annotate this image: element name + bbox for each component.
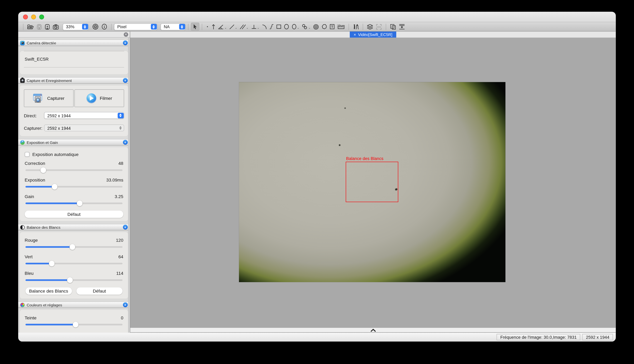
circle-tool-button[interactable] xyxy=(282,22,290,31)
copy-button[interactable] xyxy=(388,22,398,31)
arc-tool-button[interactable] xyxy=(260,22,268,31)
section-title: Exposition et Gain xyxy=(27,140,121,144)
section-title: Capture et Enregistrement xyxy=(27,78,121,83)
camera-timer-button[interactable] xyxy=(51,22,60,31)
video-tab[interactable]: × Vidéo[Swift_EC5R] xyxy=(350,32,396,38)
zoom-window-button[interactable] xyxy=(39,14,44,19)
linked-circles-tool-button[interactable]: ⌄ xyxy=(300,22,312,31)
exposure-default-button[interactable]: Défaut xyxy=(25,210,123,218)
divider xyxy=(24,67,124,68)
rouge-slider-thumb[interactable] xyxy=(70,244,75,250)
na-select[interactable]: NA xyxy=(160,23,186,30)
correction-slider-track[interactable] xyxy=(26,169,122,171)
polygon-tool-button[interactable] xyxy=(320,22,328,31)
collapse-section-button[interactable]: « xyxy=(123,140,128,145)
export-button[interactable] xyxy=(398,22,406,31)
unit-select[interactable]: Pixel xyxy=(114,23,157,30)
slider-label: Gain xyxy=(25,194,34,199)
slider-label: Vert xyxy=(25,254,32,259)
section-header-camera[interactable]: Caméra détectée « xyxy=(18,40,130,46)
device-flash-button[interactable] xyxy=(43,22,51,31)
pointer-tool-button[interactable] xyxy=(191,22,199,31)
collapse-section-button[interactable]: « xyxy=(123,302,128,307)
na-value: NA xyxy=(161,24,179,30)
record-button-label: Filmer xyxy=(100,96,112,100)
section-header-exposure[interactable]: Exposition et Gain « xyxy=(18,139,130,146)
minimize-window-button[interactable] xyxy=(31,14,36,19)
slider-label: Teinte xyxy=(25,315,36,320)
scale-bar-tool-button[interactable]: 10um xyxy=(336,22,346,31)
correction-slider-thumb[interactable] xyxy=(40,167,46,173)
unit-stepper[interactable] xyxy=(150,24,157,30)
window-controls xyxy=(23,14,44,19)
auto-exposure-checkbox[interactable] xyxy=(25,152,30,157)
close-window-button[interactable] xyxy=(23,14,28,19)
csv-export-button[interactable]: CSV xyxy=(374,22,384,31)
angle-tool-button[interactable]: ⌄ xyxy=(217,22,228,31)
slider-value: 114 xyxy=(116,271,123,276)
rouge-slider-track[interactable] xyxy=(26,246,122,248)
collapse-section-button[interactable]: « xyxy=(123,40,128,45)
sidebar-scrollbar[interactable] xyxy=(128,38,130,333)
save-button[interactable] xyxy=(35,22,43,31)
sidebar-top-strip: « xyxy=(18,32,130,38)
gain-slider-track[interactable] xyxy=(26,202,122,204)
line-tool-button[interactable]: ⌄ xyxy=(228,22,238,31)
section-header-colors[interactable]: Couleurs et réglages « xyxy=(18,302,130,308)
white-balance-button[interactable]: Balance des Blancs xyxy=(26,288,72,295)
capture-resolution-value: 2592 x 1944 xyxy=(44,125,117,131)
vert-slider-track[interactable] xyxy=(26,263,122,264)
video-canvas[interactable]: Balance des Blancs xyxy=(130,38,616,328)
record-button[interactable]: Filmer xyxy=(74,89,124,107)
rectangle-tool-button[interactable] xyxy=(275,22,282,31)
direct-resolution-select[interactable]: 2592 x 1944 xyxy=(44,112,124,119)
bleu-slider-track[interactable] xyxy=(26,279,122,281)
teinte-slider-track[interactable] xyxy=(26,324,122,325)
teinte-slider-thumb[interactable] xyxy=(72,322,78,327)
section-title: Balance des Blancs xyxy=(27,225,121,230)
section-header-white-balance[interactable]: Balance des Blancs « xyxy=(18,224,130,230)
screen: 33% i Pixel NA xyxy=(0,0,634,364)
collapse-section-button[interactable]: « xyxy=(123,225,128,230)
capture-resolution-select[interactable]: 2592 x 1944 xyxy=(44,124,124,131)
na-stepper[interactable] xyxy=(179,24,185,30)
caliper-tool-button[interactable] xyxy=(352,22,360,31)
settings-gear-button[interactable] xyxy=(91,22,100,31)
main-area: « Caméra détectée « Swift_EC5R xyxy=(18,32,616,333)
sidebar: « Caméra détectée « Swift_EC5R xyxy=(18,32,130,333)
bleu-slider-row: Bleu 114 xyxy=(25,271,123,281)
collapse-sidebar-button[interactable]: « xyxy=(124,32,128,37)
parallel-lines-tool-button[interactable]: ⌄ xyxy=(238,22,250,31)
perpendicular-tool-button[interactable]: ⌄ xyxy=(250,22,261,31)
curve-tool-button[interactable] xyxy=(268,22,275,31)
point-tool-button[interactable] xyxy=(204,22,210,31)
close-tab-icon[interactable]: × xyxy=(354,32,356,37)
gain-slider-thumb[interactable] xyxy=(77,200,82,206)
white-balance-default-button[interactable]: Défaut xyxy=(76,288,122,295)
open-folder-button[interactable] xyxy=(26,22,35,31)
slider-label: Bleu xyxy=(25,271,34,276)
arrow-tool-button[interactable] xyxy=(210,22,217,31)
exposition-slider-thumb[interactable] xyxy=(52,184,58,190)
slider-label: Exposition xyxy=(25,178,45,182)
title-bar xyxy=(18,12,616,22)
zoom-level-select[interactable]: 33% xyxy=(63,23,88,30)
white-balance-roi[interactable] xyxy=(346,162,398,202)
collapse-section-button[interactable]: « xyxy=(123,78,128,83)
capture-button[interactable]: Capturer xyxy=(24,89,74,107)
microscope-live-image[interactable]: Balance des Blancs xyxy=(239,82,506,282)
zoom-stepper[interactable] xyxy=(82,24,88,30)
rouge-slider-row: Rouge 120 xyxy=(25,238,123,248)
bleu-slider-thumb[interactable] xyxy=(67,277,73,283)
info-button[interactable]: i xyxy=(100,22,109,31)
vert-slider-thumb[interactable] xyxy=(49,261,54,266)
section-header-capture[interactable]: Capture et Enregistrement « xyxy=(18,77,130,84)
exposition-slider-track[interactable] xyxy=(26,186,122,188)
concentric-circles-tool-button[interactable] xyxy=(312,22,320,31)
direct-resolution-stepper[interactable] xyxy=(118,112,124,118)
camera-name[interactable]: Swift_EC5R xyxy=(25,56,124,62)
text-tool-button[interactable]: T xyxy=(328,22,336,31)
ellipse-tool-button[interactable]: ⌄ xyxy=(290,22,300,31)
layers-button[interactable] xyxy=(366,22,374,31)
bottom-panel-toggle[interactable] xyxy=(130,328,616,333)
